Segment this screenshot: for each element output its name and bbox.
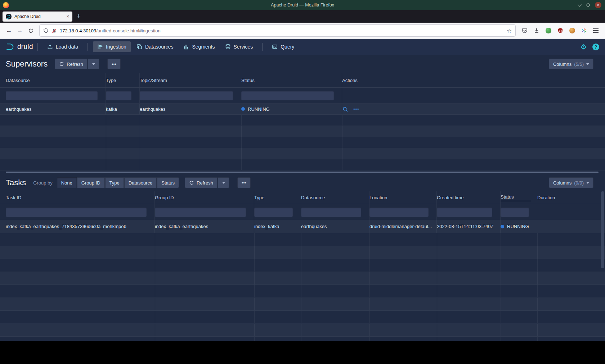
magnifier-action-icon[interactable]	[342, 106, 348, 112]
datasource-filter-input[interactable]	[301, 208, 361, 217]
nav-label: Load data	[56, 44, 78, 50]
tasks-filter-row	[0, 204, 605, 220]
chevron-down-icon	[92, 63, 95, 65]
horizontal-scrollbar[interactable]	[6, 170, 599, 174]
back-button[interactable]: ←	[4, 25, 14, 36]
url-bar[interactable]: 172.18.0.4:30109/unified-console.html#in…	[40, 25, 515, 36]
empty-row	[0, 126, 605, 137]
scrollbar-thumb[interactable]	[6, 172, 599, 173]
task-row-index-kafka[interactable]: index_kafka_earthquakes_7184357396d6c0a_…	[0, 220, 605, 233]
pocket-icon[interactable]	[522, 28, 528, 33]
extension-icon-green[interactable]	[546, 28, 551, 33]
supervisor-row-earthquakes[interactable]: earthquakes kafka earthquakes RUNNING ••…	[0, 104, 605, 115]
empty-row	[0, 259, 605, 272]
extension-icon-orange[interactable]	[569, 28, 575, 33]
help-icon[interactable]: ?	[592, 44, 599, 50]
reload-icon	[28, 28, 33, 33]
tab-apache-druid[interactable]: Apache Druid ×	[3, 12, 72, 22]
window-title: Apache Druid — Mozilla Firefox	[0, 3, 605, 8]
datasource-filter-input[interactable]	[6, 91, 98, 100]
menu-button[interactable]	[593, 28, 599, 33]
nav-label: Ingestion	[106, 44, 126, 50]
ublock-origin-icon[interactable]	[557, 28, 563, 33]
column-header-datasource[interactable]: Datasource	[301, 191, 369, 204]
reload-button[interactable]	[25, 25, 36, 36]
task-id-filter-input[interactable]	[6, 208, 147, 217]
refresh-dropdown-button[interactable]	[218, 177, 229, 188]
tasks-title: Tasks	[6, 178, 26, 187]
refresh-dropdown-button[interactable]	[88, 59, 99, 69]
created-time-filter-input[interactable]	[437, 208, 492, 217]
refresh-button[interactable]: Refresh	[55, 59, 88, 69]
supervisors-columns-button[interactable]: Columns (5/5)	[549, 59, 593, 69]
column-header-type[interactable]: Type	[254, 191, 301, 204]
location-filter-input[interactable]	[369, 208, 429, 217]
empty-row	[0, 311, 605, 324]
settings-gear-icon[interactable]: ⚙	[581, 44, 587, 50]
minimize-icon[interactable]	[578, 3, 582, 6]
tasks-refresh-group: Refresh	[185, 177, 229, 188]
cell-datasource: earthquakes	[301, 220, 369, 233]
tasks-columns-button[interactable]: Columns (9/9)	[549, 177, 593, 188]
tab-close-icon[interactable]: ×	[66, 14, 69, 19]
insecure-lock-icon[interactable]	[51, 28, 57, 33]
column-header-group-id[interactable]: Group ID	[155, 191, 254, 204]
druid-logo[interactable]: druid	[6, 42, 33, 51]
column-header-task-id[interactable]: Task ID	[6, 191, 155, 204]
segments-icon	[183, 44, 189, 50]
vertical-scrollbar-thumb[interactable]	[601, 191, 604, 268]
downloads-icon[interactable]	[534, 28, 539, 33]
url-host: 172.18.0.4:30109	[60, 28, 96, 33]
supervisors-section: Supervisors Refresh ••• Columns (5/5)	[0, 55, 605, 174]
column-header-duration[interactable]: Duration	[537, 191, 605, 204]
chevron-down-icon	[586, 63, 589, 65]
column-header-status[interactable]: Status	[241, 73, 342, 87]
tracking-protection-shield-icon[interactable]	[43, 28, 49, 33]
group-by-datasource-button[interactable]: Datasource	[124, 177, 157, 188]
close-window-button[interactable]: ×	[595, 2, 601, 8]
navigation-toolbar: ← → 172.18.0.4:30109/unified-console.htm…	[0, 23, 605, 39]
cell-duration	[537, 220, 605, 233]
druid-favicon	[6, 14, 12, 19]
nav-services[interactable]: Services	[221, 41, 257, 52]
nav-ingestion[interactable]: Ingestion	[93, 41, 131, 52]
status-filter-input[interactable]	[241, 91, 334, 100]
nav-query[interactable]: Query	[268, 41, 299, 52]
new-tab-button[interactable]: +	[77, 13, 81, 20]
column-header-topic-stream[interactable]: Topic/Stream	[140, 73, 241, 87]
column-header-datasource[interactable]: Datasource	[6, 73, 106, 87]
empty-row	[0, 337, 605, 341]
nav-label: Segments	[192, 44, 215, 50]
type-filter-input[interactable]	[254, 208, 293, 217]
cell-status: RUNNING	[241, 104, 342, 114]
nav-datasources[interactable]: Datasources	[132, 41, 178, 52]
divider	[262, 43, 263, 51]
row-more-actions-icon[interactable]: •••	[353, 106, 359, 112]
group-by-type-button[interactable]: Type	[105, 177, 124, 188]
supervisors-title: Supervisors	[6, 59, 48, 69]
supervisors-more-button[interactable]: •••	[107, 59, 121, 69]
group-by-status-button[interactable]: Status	[157, 177, 179, 188]
forward-button[interactable]: →	[14, 25, 25, 36]
tasks-more-button[interactable]: •••	[237, 177, 251, 188]
url-path: /unified-console.html#ingestion	[96, 28, 161, 33]
bookmark-star-icon[interactable]: ☆	[507, 27, 512, 34]
group-by-group-id-button[interactable]: Group ID	[77, 177, 105, 188]
column-header-type[interactable]: Type	[106, 73, 140, 87]
nav-load-data[interactable]: Load data	[43, 41, 82, 52]
column-header-location[interactable]: Location	[369, 191, 437, 204]
status-filter-input[interactable]	[501, 208, 529, 217]
topic-stream-filter-input[interactable]	[140, 91, 233, 100]
nav-segments[interactable]: Segments	[179, 41, 219, 52]
refresh-button[interactable]: Refresh	[185, 177, 218, 188]
group-by-none-button[interactable]: None	[57, 177, 77, 188]
column-header-created-time[interactable]: Created time	[437, 191, 501, 204]
type-filter-input[interactable]	[106, 91, 131, 100]
maximize-icon[interactable]	[586, 3, 590, 7]
group-id-filter-input[interactable]	[155, 208, 246, 217]
column-header-status-sorted[interactable]: Status	[501, 191, 537, 204]
desktop: Apache Druid — Mozilla Firefox × Apache …	[0, 0, 605, 364]
extension-icon-colorful[interactable]	[581, 28, 587, 33]
empty-row	[0, 246, 605, 259]
nav-label: Query	[281, 44, 294, 50]
